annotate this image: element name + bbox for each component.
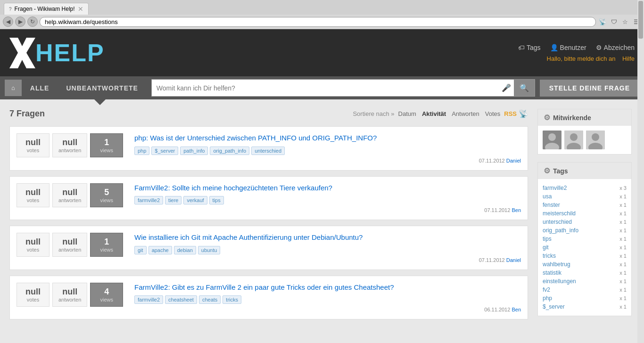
tag-name[interactable]: php bbox=[543, 295, 552, 302]
tag[interactable]: cheats bbox=[199, 295, 221, 304]
tag[interactable]: farmville2 bbox=[134, 196, 163, 204]
sort-votes[interactable]: Votes bbox=[483, 109, 503, 118]
question-title-3[interactable]: Wie installiere ich Git mit Apache Authe… bbox=[134, 233, 521, 242]
address-bar[interactable] bbox=[40, 17, 596, 27]
tag-name[interactable]: statistik bbox=[543, 270, 561, 276]
question-title-4[interactable]: FarmVille2: Gibt es zu FarmVille 2 ein p… bbox=[134, 283, 521, 292]
tag[interactable]: php bbox=[134, 147, 149, 155]
question-card: null votes null antworten 1 views Wie in… bbox=[9, 226, 528, 270]
home-nav-button[interactable]: ⌂ bbox=[5, 80, 22, 96]
reload-button[interactable]: ↻ bbox=[27, 16, 38, 27]
header-nav: 🏷 Tags 👤 Benutzer ⚙ Abzeichen bbox=[518, 44, 635, 51]
tag[interactable]: cheatsheet bbox=[165, 295, 197, 304]
badges-nav-label: Abzeichen bbox=[604, 44, 635, 51]
answers-label-3: antworten bbox=[58, 247, 81, 253]
tag-name[interactable]: unterschied bbox=[543, 219, 572, 225]
url-input[interactable] bbox=[45, 18, 591, 25]
question-author-2[interactable]: Ben bbox=[512, 207, 521, 213]
tags-area: farmville2 x 3 usa x 1 fenster x 1 meist… bbox=[538, 179, 631, 316]
question-stats-1: null votes null antworten 1 views bbox=[17, 133, 130, 157]
tag-name[interactable]: wahlbetrug bbox=[543, 261, 570, 268]
question-author-3[interactable]: Daniel bbox=[506, 257, 521, 263]
rss-link[interactable]: RSS bbox=[504, 110, 517, 117]
tag[interactable]: debian bbox=[174, 246, 196, 254]
all-questions-nav[interactable]: ALLE bbox=[22, 80, 58, 97]
unanswered-nav[interactable]: UNBEANTWORTETE bbox=[58, 80, 146, 97]
tag-name[interactable]: tips bbox=[543, 236, 552, 242]
tag-name[interactable]: orig_path_info bbox=[543, 227, 578, 234]
question-date-2: 07.11.2012 bbox=[484, 207, 510, 213]
avatar-2[interactable] bbox=[564, 131, 583, 149]
search-input[interactable] bbox=[152, 82, 499, 95]
tag[interactable]: tips bbox=[209, 196, 224, 204]
avatar-1[interactable] bbox=[543, 131, 561, 149]
badges-nav-link[interactable]: ⚙ Abzeichen bbox=[596, 44, 635, 51]
question-author-4[interactable]: Ben bbox=[512, 307, 521, 312]
scrollbar[interactable] bbox=[637, 0, 644, 335]
list-item: fenster x 1 bbox=[543, 201, 627, 209]
tags-nav-link[interactable]: 🏷 Tags bbox=[518, 44, 541, 51]
tag-name[interactable]: meisterschild bbox=[543, 210, 576, 217]
browser-tab[interactable]: ? Fragen - Wikiwam Help! ✕ bbox=[4, 3, 89, 15]
users-nav-link[interactable]: 👤 Benutzer bbox=[550, 44, 586, 51]
question-tags-2: farmville2 tiere verkauf tips bbox=[134, 196, 521, 204]
adblock-icon[interactable]: 🛡 bbox=[609, 17, 619, 26]
list-item: orig_path_info x 1 bbox=[543, 226, 627, 235]
tag[interactable]: git bbox=[134, 246, 147, 254]
tag-name[interactable]: fenster bbox=[543, 202, 560, 208]
sort-answers[interactable]: Antworten bbox=[450, 109, 481, 118]
question-card: null votes null antworten 1 views php: W… bbox=[9, 126, 528, 171]
votes-box-1: null votes bbox=[17, 133, 50, 157]
rss-action-icon[interactable]: 📡 bbox=[598, 17, 607, 26]
tag-name[interactable]: fv2 bbox=[543, 286, 550, 293]
tag-name[interactable]: tricks bbox=[543, 253, 556, 259]
gear-icon: ⚙ bbox=[596, 44, 602, 51]
question-meta-1: 07.11.2012 Daniel bbox=[134, 158, 521, 163]
tag-name[interactable]: git bbox=[543, 244, 549, 251]
forward-button[interactable]: ▶ bbox=[15, 16, 25, 27]
tag[interactable]: tiere bbox=[165, 196, 182, 204]
question-title-2[interactable]: FarmVille2: Sollte ich meine hochgezücht… bbox=[134, 183, 521, 193]
tag[interactable]: verkauf bbox=[183, 196, 207, 204]
questions-header: 7 Fragen Sortiere nach » Datum Aktivität… bbox=[9, 109, 528, 119]
close-tab-button[interactable]: ✕ bbox=[78, 5, 83, 13]
contributors-area bbox=[538, 126, 631, 154]
sort-activity[interactable]: Aktivität bbox=[420, 109, 448, 118]
answers-val-3: null bbox=[58, 237, 81, 247]
users-nav-label: Benutzer bbox=[560, 44, 586, 51]
sort-date[interactable]: Datum bbox=[396, 109, 418, 118]
star-icon[interactable]: ☆ bbox=[620, 17, 630, 26]
avatar-3[interactable] bbox=[586, 131, 605, 149]
tag-name[interactable]: usa bbox=[543, 193, 552, 200]
browser-chrome: ? Fragen - Wikiwam Help! ✕ bbox=[0, 0, 644, 15]
tag[interactable]: orig_path_info bbox=[210, 147, 249, 155]
tag-count: x 1 bbox=[619, 219, 627, 225]
tag-name[interactable]: $_server bbox=[543, 303, 565, 310]
tag-name[interactable]: einstellungen bbox=[543, 278, 576, 285]
tags-section: ⚙ Tags farmville2 x 3 usa x 1 fenster x … bbox=[537, 162, 632, 316]
tag[interactable]: apache bbox=[149, 246, 172, 254]
question-author-1[interactable]: Daniel bbox=[506, 158, 521, 163]
tag[interactable]: path_info bbox=[180, 147, 208, 155]
list-item: usa x 1 bbox=[543, 192, 627, 201]
votes-label-4: votes bbox=[23, 297, 43, 302]
votes-box-2: null votes bbox=[17, 183, 50, 207]
tag[interactable]: tricks bbox=[223, 295, 241, 304]
tag-count: x 1 bbox=[619, 270, 627, 276]
back-button[interactable]: ◀ bbox=[3, 16, 13, 27]
mic-icon: 🎤 bbox=[499, 83, 514, 92]
tag[interactable]: unterschied bbox=[251, 147, 285, 155]
tag[interactable]: ubuntu bbox=[198, 246, 221, 254]
scrollbar-thumb[interactable] bbox=[638, 1, 643, 39]
tag[interactable]: farmville2 bbox=[134, 295, 163, 304]
tag-count: x 1 bbox=[619, 228, 627, 233]
help-link[interactable]: Hilfe bbox=[622, 55, 635, 62]
views-val-2: 5 bbox=[96, 188, 117, 197]
tag-count: x 1 bbox=[619, 202, 627, 208]
question-title-1[interactable]: php: Was ist der Unterschied zwischen PA… bbox=[134, 133, 521, 143]
ask-question-button[interactable]: STELLE DEINE FRAGE bbox=[540, 80, 639, 97]
search-button[interactable]: 🔍 bbox=[514, 80, 535, 96]
tag[interactable]: $_server bbox=[151, 147, 178, 155]
tag-count: x 1 bbox=[619, 253, 627, 259]
tag-name[interactable]: farmville2 bbox=[543, 185, 567, 191]
